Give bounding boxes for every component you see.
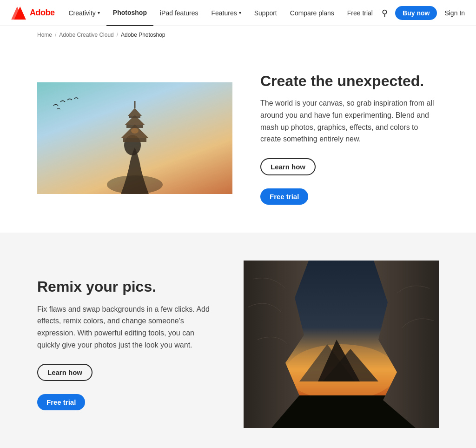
- adobe-logo-text: Adobe: [30, 8, 55, 18]
- nav-item-free-trial[interactable]: Free trial: [341, 0, 379, 26]
- hero-image: [37, 82, 232, 194]
- remix-image: [244, 261, 439, 428]
- hero-section: Create the unexpected. The world is your…: [0, 44, 476, 233]
- search-icon[interactable]: ⚲: [382, 8, 388, 18]
- remix-learn-how-button[interactable]: Learn how: [37, 364, 93, 381]
- pagoda-image: [88, 92, 181, 194]
- breadcrumb-creative-cloud[interactable]: Adobe Creative Cloud: [59, 32, 113, 38]
- hero-content: Create the unexpected. The world is your…: [260, 72, 439, 205]
- breadcrumb-separator: /: [117, 32, 118, 38]
- svg-rect-6: [126, 125, 143, 128]
- nav-item-photoshop[interactable]: Photoshop: [106, 0, 153, 26]
- breadcrumb-home[interactable]: Home: [37, 32, 52, 38]
- breadcrumb: Home / Adobe Creative Cloud / Adobe Phot…: [0, 26, 476, 44]
- chevron-down-icon: ▾: [239, 10, 241, 15]
- remix-cta-group: Learn how Free trial: [37, 364, 216, 410]
- learn-how-button[interactable]: Learn how: [260, 158, 316, 175]
- nav-item-features[interactable]: Features ▾: [205, 0, 247, 26]
- free-trial-button[interactable]: Free trial: [260, 188, 308, 205]
- remix-free-trial-button[interactable]: Free trial: [37, 394, 85, 410]
- adobe-logo[interactable]: Adobe: [11, 7, 55, 20]
- remix-section-wrapper: Remix your pics. Fix flaws and swap back…: [0, 233, 476, 448]
- hero-cta-group: Learn how Free trial: [260, 158, 439, 205]
- breadcrumb-current: Adobe Photoshop: [121, 32, 165, 38]
- hero-title: Create the unexpected.: [260, 72, 439, 90]
- nav-right-actions: ⚲ Buy now Sign In: [382, 6, 465, 20]
- svg-rect-8: [129, 116, 140, 118]
- remix-description: Fix flaws and swap backgrounds in a few …: [37, 303, 216, 351]
- breadcrumb-separator: /: [55, 32, 56, 38]
- remix-section: Remix your pics. Fix flaws and swap back…: [0, 233, 476, 448]
- chevron-down-icon: ▾: [98, 10, 100, 15]
- hero-description: The world is your canvas, so grab inspir…: [260, 97, 439, 145]
- mountains-svg: [244, 261, 439, 428]
- nav-item-support[interactable]: Support: [248, 0, 284, 26]
- buy-now-button[interactable]: Buy now: [395, 6, 437, 20]
- adobe-logo-icon: [11, 7, 26, 20]
- navigation: Adobe Creativity ▾ Photoshop iPad featur…: [0, 0, 476, 26]
- sign-in-link[interactable]: Sign In: [444, 9, 465, 17]
- svg-marker-9: [128, 108, 142, 116]
- nav-items-list: Creativity ▾ Photoshop iPad features Fea…: [62, 0, 382, 26]
- remix-title: Remix your pics.: [37, 278, 216, 295]
- nav-item-creativity[interactable]: Creativity ▾: [62, 0, 106, 26]
- svg-rect-11: [131, 128, 139, 134]
- remix-content: Remix your pics. Fix flaws and swap back…: [37, 278, 216, 410]
- svg-rect-4: [123, 138, 146, 142]
- birds-decoration: [51, 96, 88, 115]
- nav-item-ipad-features[interactable]: iPad features: [153, 0, 205, 26]
- nav-item-compare-plans[interactable]: Compare plans: [284, 0, 341, 26]
